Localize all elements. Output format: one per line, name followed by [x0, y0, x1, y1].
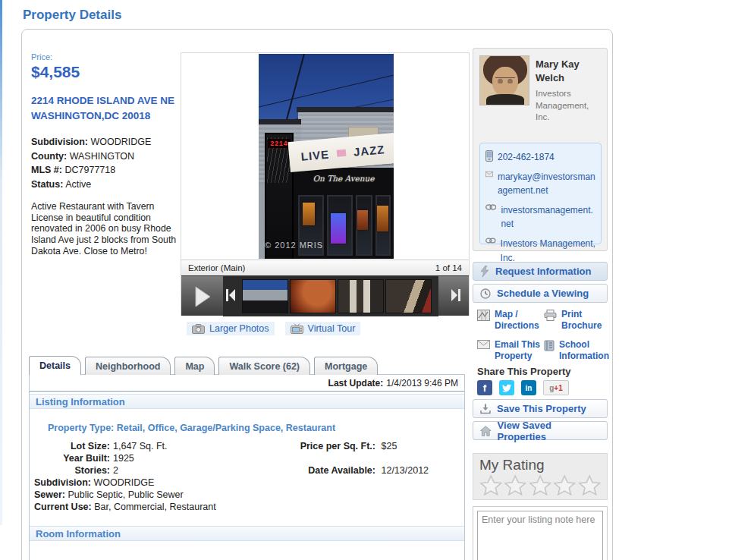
twitter-bird-icon: [502, 384, 512, 392]
slideshow-play-button[interactable]: [181, 276, 223, 316]
photo-viewer: 2214 LIVE JAZZ On The Avenue © 2012 MRIS: [181, 52, 470, 316]
last-update-value: 1/4/2013 9:46 PM: [386, 378, 458, 389]
agent-company-link-row: Investors Management, Inc.: [485, 237, 595, 265]
meta-subdivision: Subdivision: WOODRIDGE: [31, 135, 177, 149]
detail-row-sewer: Sewer: Public Septic, Public Sewer: [34, 489, 464, 501]
property-details-container: Price: $4,585 2214 RHODE ISLAND AVE NE W…: [21, 29, 613, 560]
agent-email-link[interactable]: marykay@investorsmanagement.net: [498, 170, 595, 198]
agent-website-link[interactable]: investorsmanagement.net: [501, 203, 595, 231]
agent-company: Investors Management, Inc.: [536, 88, 605, 124]
listing-information-header: Listing Information: [30, 394, 464, 409]
thumbnail-exterior-front[interactable]: [242, 279, 288, 313]
window-poster: [357, 210, 368, 230]
last-update-label: Last Update:: [328, 378, 384, 389]
property-type-row: Property Type: Retail, Office, Garage/Pa…: [34, 423, 464, 433]
agent-phone-row: 202-462-1874: [485, 150, 595, 165]
avatar-torso: [486, 94, 524, 105]
last-update-row: Last Update: 1/4/2013 9:46 PM: [30, 375, 464, 392]
detail-row-subdivision: Subdivision: WOODRIDGE: [34, 477, 464, 489]
agent-sidebar: Mary Kay Welch Investors Management, Inc…: [473, 48, 608, 560]
request-information-button[interactable]: Request Information: [473, 262, 608, 281]
agent-contact-box: 202-462-1874 marykay@investorsmanagement…: [479, 143, 602, 244]
window-poster: [303, 203, 315, 225]
thumbnail-counter-area[interactable]: [385, 279, 432, 313]
agent-name: Mary Kay Welch: [536, 58, 605, 85]
thumbnail-hallway-doors[interactable]: [338, 279, 384, 313]
larger-photos-link[interactable]: Larger Photos: [187, 322, 275, 335]
schedule-viewing-button[interactable]: Schedule a Viewing: [473, 284, 608, 303]
map-directions-link[interactable]: Map / Directions: [477, 309, 544, 332]
social-share-row: f in g+1: [477, 380, 569, 395]
detail-row-lot-size: Lot Size:1,647 Sq. Ft. Price per Sq. Ft.…: [34, 440, 464, 452]
twitter-share-icon[interactable]: [499, 380, 514, 395]
rating-star-4[interactable]: [553, 474, 576, 496]
email-property-link[interactable]: Email This Property: [477, 339, 544, 362]
share-title: Share This Property: [477, 366, 571, 377]
save-property-button[interactable]: Save This Property: [473, 399, 608, 418]
camera-icon: [192, 324, 205, 334]
skip-end-icon: [451, 288, 461, 302]
carousel-first-button[interactable]: [225, 288, 236, 302]
mris-watermark: © 2012 MRIS: [265, 241, 323, 250]
listing-description: Active Restaurant with Tavern License in…: [31, 201, 177, 256]
home-icon: [480, 426, 492, 436]
printer-icon: [544, 310, 557, 321]
tab-mortgage[interactable]: Mortgage: [314, 357, 378, 375]
roof-trim-left: [259, 119, 301, 124]
agent-card: Mary Kay Welch Investors Management, Inc…: [473, 48, 608, 251]
tab-map[interactable]: Map: [174, 357, 215, 375]
googleplus-share-icon[interactable]: g+1: [543, 380, 569, 395]
main-photo[interactable]: 2214 LIVE JAZZ On The Avenue © 2012 MRIS: [259, 54, 394, 259]
main-photo-stage: 2214 LIVE JAZZ On The Avenue © 2012 MRIS: [181, 53, 469, 260]
facebook-share-icon[interactable]: f: [477, 380, 492, 395]
banner-pink-flyer: [337, 149, 347, 156]
listing-information-body: Property Type: Retail, Office, Garage/Pa…: [30, 409, 464, 513]
thumbnail-strip: [242, 279, 432, 313]
page-title: Property Details: [23, 8, 121, 23]
map-icon: [477, 310, 490, 321]
address-line2: WASHINGTON,DC 20018: [31, 109, 177, 124]
virtual-tour-link[interactable]: Virtual Tour: [285, 322, 361, 335]
my-rating-panel: My Rating: [473, 453, 608, 500]
rating-star-1[interactable]: [479, 474, 502, 496]
agent-company-link[interactable]: Investors Management, Inc.: [501, 237, 595, 265]
meta-status: Status: Active: [31, 178, 177, 192]
property-address: 2214 RHODE ISLAND AVE NE WASHINGTON,DC 2…: [31, 93, 177, 123]
rating-star-2[interactable]: [504, 474, 526, 496]
listing-note-box: [473, 506, 608, 560]
property-summary: Price: $4,585 2214 RHODE ISLAND AVE NE W…: [31, 52, 177, 256]
detail-row-current-use: Current Use: Bar, Commercial, Restaurant: [34, 501, 464, 513]
avenue-sign: On The Avenue: [297, 174, 391, 183]
agent-phone: 202-462-1874: [498, 150, 555, 165]
photo-counter: 1 of 14: [435, 263, 462, 272]
thumbnail-bar-interior[interactable]: [290, 279, 336, 313]
print-brochure-link[interactable]: Print Brochure: [544, 309, 608, 332]
price-label: Price:: [31, 52, 177, 61]
photo-caption: Exterior (Main): [188, 263, 245, 272]
play-icon: [194, 286, 211, 307]
roof-trim-right: [297, 107, 394, 112]
view-saved-properties-button[interactable]: View Saved Properties: [473, 421, 608, 440]
rating-star-3[interactable]: [529, 474, 551, 496]
photo-caption-bar: Exterior (Main) 1 of 14: [181, 260, 469, 275]
agent-email-row: marykay@investorsmanagement.net: [485, 170, 595, 198]
property-action-links: Map / Directions Print Brochure Email Th…: [477, 309, 608, 362]
carousel-last-button[interactable]: [451, 288, 461, 302]
detail-row-year-built: Year Built:1925: [34, 452, 464, 464]
skip-start-icon: [225, 288, 236, 302]
tab-details[interactable]: Details: [29, 356, 81, 375]
price-value: $4,585: [31, 63, 177, 81]
school-icon: [544, 340, 555, 351]
linkedin-share-icon[interactable]: in: [521, 380, 536, 395]
tab-neighborhood[interactable]: Neighborhood: [85, 357, 171, 375]
envelope-icon: [477, 340, 490, 349]
door-number-sign: 2214: [268, 139, 291, 148]
lightning-icon: [480, 266, 489, 277]
photo-links-row: Larger Photos Virtual Tour: [187, 322, 360, 335]
school-information-link[interactable]: School Information: [544, 339, 608, 362]
listing-note-input[interactable]: [477, 511, 603, 560]
link-icon: [485, 203, 496, 211]
detail-tabs: Details Neighborhood Map Walk Score (62)…: [29, 356, 378, 375]
rating-star-5[interactable]: [578, 474, 601, 496]
tab-walk-score[interactable]: Walk Score (62): [218, 357, 310, 375]
